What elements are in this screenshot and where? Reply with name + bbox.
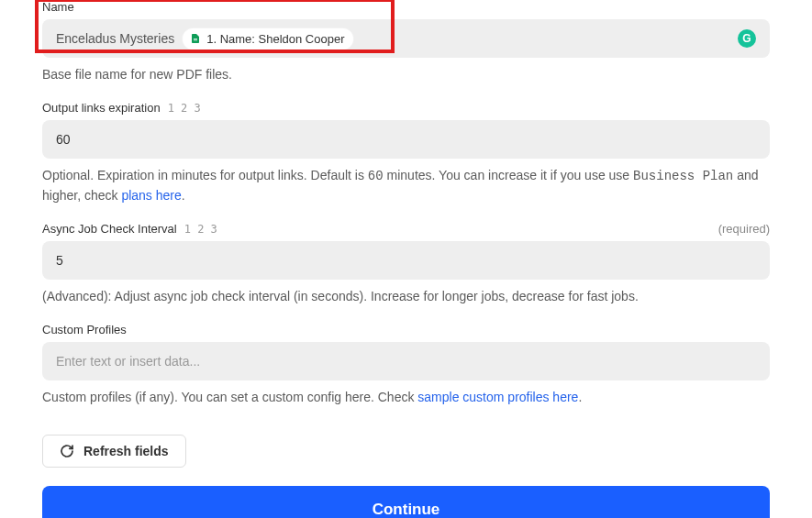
async-field-group: Async Job Check Interval 1 2 3 (required… xyxy=(42,222,770,306)
refresh-fields-button[interactable]: Refresh fields xyxy=(42,435,186,468)
refresh-icon xyxy=(60,444,74,458)
plans-link[interactable]: plans here xyxy=(121,188,181,203)
expiration-input[interactable]: 60 xyxy=(42,120,770,159)
name-label: Name xyxy=(42,0,770,14)
expiration-help-mono1: 60 xyxy=(368,169,384,183)
expiration-help-before: Optional. Expiration in minutes for outp… xyxy=(42,168,368,182)
expiration-label-suffix: 1 2 3 xyxy=(168,102,201,115)
expiration-label: Output links expiration 1 2 3 xyxy=(42,101,770,115)
custom-profiles-field-group: Custom Profiles Enter text or insert dat… xyxy=(42,323,770,407)
async-label-text: Async Job Check Interval xyxy=(42,222,177,236)
async-label: Async Job Check Interval 1 2 3 (required… xyxy=(42,222,770,236)
async-required-label: (required) xyxy=(718,222,770,236)
expiration-label-text: Output links expiration xyxy=(42,101,161,115)
name-help-text: Base file name for new PDF files. xyxy=(42,65,770,84)
name-prefix-text: Enceladus Mysteries xyxy=(56,31,174,46)
async-label-suffix: 1 2 3 xyxy=(184,223,217,236)
name-label-text: Name xyxy=(42,0,74,14)
data-pill-text: 1. Name: Sheldon Cooper xyxy=(206,32,344,46)
expiration-value: 60 xyxy=(56,132,71,147)
custom-profiles-help-end: . xyxy=(578,390,582,404)
expiration-help-end: . xyxy=(182,188,185,203)
custom-profiles-help-before: Custom profiles (if any). You can set a … xyxy=(42,390,417,404)
sample-profiles-link[interactable]: sample custom profiles here xyxy=(417,390,578,404)
name-input-wrapper: Enceladus Mysteries 1. Name: Sheldon Coo… xyxy=(42,19,770,58)
sheets-icon xyxy=(190,32,201,45)
expiration-help-mono2: Business Plan xyxy=(633,169,733,183)
refresh-button-label: Refresh fields xyxy=(83,444,169,458)
async-value: 5 xyxy=(56,253,63,268)
custom-profiles-label-text: Custom Profiles xyxy=(42,323,127,336)
custom-profiles-label: Custom Profiles xyxy=(42,323,770,336)
custom-profiles-input[interactable]: Enter text or insert data... xyxy=(42,342,770,380)
name-field-group: Name Enceladus Mysteries 1. Name: Sheldo… xyxy=(42,0,770,84)
custom-profiles-placeholder: Enter text or insert data... xyxy=(56,354,200,369)
continue-button[interactable]: Continue xyxy=(42,486,770,518)
expiration-help-text: Optional. Expiration in minutes for outp… xyxy=(42,166,770,205)
async-input[interactable]: 5 xyxy=(42,241,770,280)
continue-button-label: Continue xyxy=(373,501,440,518)
async-help-text: (Advanced): Adjust async job check inter… xyxy=(42,287,770,306)
expiration-field-group: Output links expiration 1 2 3 60 Optiona… xyxy=(42,101,770,205)
grammarly-icon[interactable]: G xyxy=(738,29,756,48)
name-input[interactable]: Enceladus Mysteries 1. Name: Sheldon Coo… xyxy=(42,19,770,58)
expiration-help-mid: minutes. You can increase it if you use … xyxy=(384,168,633,182)
custom-profiles-help-text: Custom profiles (if any). You can set a … xyxy=(42,388,770,407)
data-pill[interactable]: 1. Name: Sheldon Cooper xyxy=(182,28,354,50)
